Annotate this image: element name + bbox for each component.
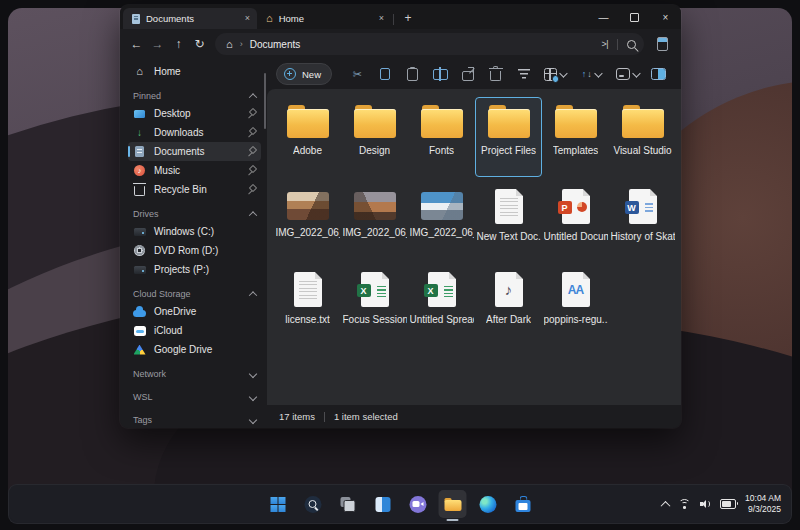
sidebar-item-google-drive[interactable]: Google Drive: [128, 340, 261, 359]
address-bar: ← → ↑ ↻ ⌂ › Documents >|: [120, 29, 681, 59]
split-panes-app-button[interactable]: [369, 490, 397, 518]
tray-chevron-up-icon[interactable]: [661, 500, 671, 510]
sort-button[interactable]: ↑↓: [574, 63, 608, 85]
chevron-down-icon[interactable]: [249, 392, 257, 400]
wifi-icon[interactable]: [678, 499, 691, 510]
file-item[interactable]: IMG_2022_06_...: [274, 180, 341, 260]
drive-icon: [133, 266, 146, 274]
sidebar-section-tags[interactable]: Tags: [128, 411, 261, 428]
rename-button[interactable]: [428, 63, 453, 85]
path-toggle-icon[interactable]: >|: [601, 39, 608, 49]
copy-button[interactable]: [373, 63, 398, 85]
file-item[interactable]: History of Skate...: [609, 180, 676, 260]
file-item[interactable]: license.txt: [274, 263, 341, 343]
file-item[interactable]: Untitled Spreads...: [408, 263, 475, 343]
new-tab-button[interactable]: +: [398, 11, 418, 25]
search-icon[interactable]: [627, 40, 636, 49]
breadcrumb-location[interactable]: Documents: [250, 39, 301, 50]
tab-home[interactable]: ⌂ Home ×: [257, 8, 391, 29]
sidebar-item-downloads[interactable]: ↓ Downloads: [128, 123, 261, 142]
sidebar-item-onedrive[interactable]: OneDrive: [128, 302, 261, 321]
back-button[interactable]: ←: [126, 38, 147, 50]
drive-icon: [133, 228, 146, 236]
pin-icon[interactable]: [248, 185, 256, 194]
pin-icon[interactable]: [248, 166, 256, 175]
pin-icon[interactable]: [248, 109, 256, 118]
chevron-down-icon: [560, 69, 568, 77]
sidebar-item-recycle-bin[interactable]: Recycle Bin: [128, 180, 261, 199]
minimize-button[interactable]: —: [588, 5, 619, 29]
sidebar-section-pinned[interactable]: Pinned: [128, 87, 261, 104]
file-item-selected[interactable]: Project Files: [475, 97, 542, 177]
file-item[interactable]: Adobe: [274, 97, 341, 177]
chevron-up-icon[interactable]: [249, 93, 257, 101]
file-item[interactable]: Fonts: [408, 97, 475, 177]
sidebar-item-desktop[interactable]: Desktop: [128, 104, 261, 123]
file-name: After Dark: [486, 314, 531, 325]
sidebar-item-windows-c[interactable]: Windows (C:): [128, 222, 261, 241]
breadcrumb[interactable]: ⌂ › Documents >|: [215, 33, 644, 55]
pin-icon[interactable]: [248, 147, 256, 156]
file-item[interactable]: Focus Sessions: [341, 263, 408, 343]
sidebar-item-icloud[interactable]: iCloud: [128, 321, 261, 340]
refresh-button[interactable]: ↻: [189, 38, 210, 50]
file-item[interactable]: After Dark: [475, 263, 542, 343]
file-item[interactable]: poppins-regu...: [542, 263, 609, 343]
cut-button[interactable]: ✂: [345, 63, 370, 85]
new-button[interactable]: New: [276, 63, 332, 85]
file-item[interactable]: IMG_2022_06_...: [408, 180, 475, 260]
tab-close-icon[interactable]: ×: [245, 14, 250, 23]
file-item[interactable]: Design: [341, 97, 408, 177]
file-item[interactable]: Visual Studio: [609, 97, 676, 177]
taskbar: 10:04 AM 9/3/2025: [8, 484, 792, 524]
sidebar-item-home[interactable]: ⌂ Home: [128, 62, 261, 81]
files-app-button[interactable]: [439, 490, 467, 518]
delete-button[interactable]: [483, 63, 508, 85]
up-button[interactable]: ↑: [168, 38, 189, 50]
chevron-up-icon[interactable]: [249, 211, 257, 219]
sort-arrows-icon: ↑↓: [582, 70, 592, 79]
file-item[interactable]: New Text Doc...: [475, 180, 542, 260]
chevron-up-icon[interactable]: [249, 291, 257, 299]
sidebar-item-music[interactable]: Music: [128, 161, 261, 180]
sidebar-item-projects-p[interactable]: Projects (P:): [128, 260, 261, 279]
sidebar-section-cloud-storage[interactable]: Cloud Storage: [128, 285, 261, 302]
taskbar-clock[interactable]: 10:04 AM 9/3/2025: [745, 493, 781, 515]
chevron-down-icon[interactable]: [249, 369, 257, 377]
sidebar-item-documents[interactable]: Documents: [128, 142, 261, 161]
camera-app-button[interactable]: [404, 490, 432, 518]
toggle-preview-pane-button[interactable]: [646, 63, 671, 85]
sidebar-section-wsl[interactable]: WSL: [128, 388, 261, 405]
file-item[interactable]: Templates: [542, 97, 609, 177]
file-item[interactable]: Untitled Docum...: [542, 180, 609, 260]
filter-button[interactable]: [511, 63, 536, 85]
view-options-button[interactable]: [610, 63, 644, 85]
file-list-panel: Adobe Design Fonts Project Files Templat…: [267, 89, 681, 405]
volume-icon[interactable]: [700, 499, 711, 509]
paste-button[interactable]: [400, 63, 425, 85]
store-app-button[interactable]: [509, 490, 537, 518]
edge-browser-button[interactable]: [474, 490, 502, 518]
sidebar-scrollbar[interactable]: [264, 73, 267, 129]
task-view-button[interactable]: [334, 490, 362, 518]
home-icon[interactable]: ⌂: [226, 39, 233, 50]
share-button[interactable]: [456, 63, 481, 85]
pin-icon[interactable]: [248, 128, 256, 137]
taskbar-search-button[interactable]: [299, 490, 327, 518]
sidebar-section-network[interactable]: Network: [128, 365, 261, 382]
file-name: license.txt: [285, 314, 329, 325]
battery-icon[interactable]: [720, 499, 736, 509]
close-button[interactable]: ×: [650, 5, 681, 29]
camera-icon: [409, 496, 426, 513]
start-button[interactable]: [264, 490, 292, 518]
sidebar-section-drives[interactable]: Drives: [128, 205, 261, 222]
maximize-button[interactable]: [619, 5, 650, 29]
chevron-down-icon[interactable]: [249, 415, 257, 423]
sidebar-item-dvd-d[interactable]: DVD Rom (D:): [128, 241, 261, 260]
tab-close-icon[interactable]: ×: [379, 14, 384, 23]
forward-button[interactable]: →: [147, 38, 168, 50]
device-button[interactable]: [651, 37, 673, 51]
tab-documents[interactable]: Documents ×: [123, 8, 257, 29]
file-item[interactable]: IMG_2022_06_...: [341, 180, 408, 260]
layout-button[interactable]: [538, 63, 572, 85]
